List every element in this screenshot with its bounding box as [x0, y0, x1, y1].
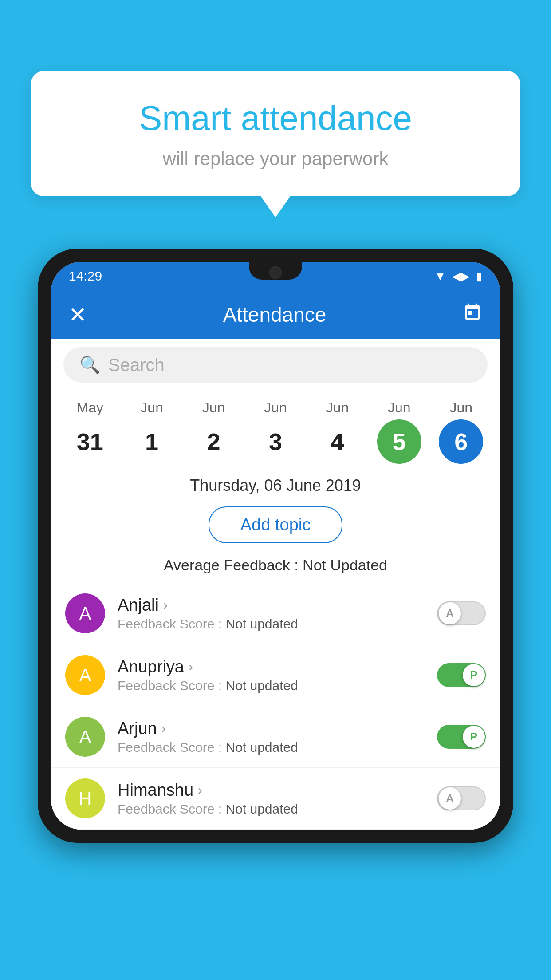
toggle-knob: A [439, 787, 461, 810]
bubble-title: Smart attendance [67, 98, 484, 139]
attendance-toggle[interactable]: A [437, 601, 486, 625]
student-info: Anupriya ›Feedback Score : Not updated [118, 657, 425, 693]
student-info: Arjun ›Feedback Score : Not updated [118, 719, 425, 755]
cal-month-label: Jun [449, 399, 472, 416]
student-item: HHimanshu ›Feedback Score : Not updatedA [51, 768, 500, 830]
cal-month-label: Jun [202, 399, 225, 416]
calendar-icon[interactable] [463, 303, 482, 327]
calendar-day-3[interactable]: Jun3 [244, 399, 306, 464]
student-list: AAnjali ›Feedback Score : Not updatedAAA… [51, 583, 500, 830]
signal-icon: ◀▶ [452, 269, 470, 283]
attendance-toggle[interactable]: P [437, 725, 486, 749]
toggle-knob: P [463, 726, 485, 748]
calendar-day-1[interactable]: Jun1 [121, 399, 182, 464]
search-icon: 🔍 [79, 355, 100, 375]
average-feedback-value: Not Updated [303, 557, 387, 573]
phone-screen: 14:29 ▼ ◀▶ ▮ ✕ Attendance [51, 262, 500, 830]
chevron-icon: › [163, 597, 168, 612]
student-info: Anjali ›Feedback Score : Not updated [118, 596, 425, 632]
student-info: Himanshu ›Feedback Score : Not updated [118, 781, 425, 817]
cal-date-number: 4 [315, 419, 359, 464]
speech-bubble-container: Smart attendance will replace your paper… [31, 71, 520, 196]
toggle-knob: A [439, 602, 461, 624]
status-time: 14:29 [69, 269, 102, 284]
student-feedback: Feedback Score : Not updated [118, 802, 425, 817]
cal-month-label: Jun [140, 399, 163, 416]
app-bar: ✕ Attendance [51, 290, 500, 339]
calendar-day-2[interactable]: Jun2 [183, 399, 244, 464]
chevron-icon: › [161, 721, 166, 736]
chevron-icon: › [198, 782, 202, 798]
avatar: H [65, 778, 105, 818]
average-feedback-label: Average Feedback : [164, 557, 299, 573]
cal-date-number: 5 [377, 419, 421, 464]
feedback-value: Not updated [225, 740, 298, 755]
cal-month-label: Jun [264, 399, 287, 416]
student-item: AArjun ›Feedback Score : Not updatedP [51, 706, 500, 768]
cal-date-number: 3 [253, 419, 298, 464]
student-item: AAnupriya ›Feedback Score : Not updatedP [51, 644, 500, 706]
calendar-day-4[interactable]: Jun4 [307, 399, 368, 464]
search-container: 🔍 Search [51, 339, 500, 391]
student-feedback: Feedback Score : Not updated [118, 616, 425, 632]
wifi-icon: ▼ [434, 269, 446, 283]
avatar: A [65, 593, 105, 633]
avatar: A [65, 717, 105, 757]
selected-date-row: Thursday, 06 June 2019 [51, 468, 500, 499]
avatar: A [65, 655, 105, 695]
add-topic-container: Add topic [51, 499, 500, 552]
cal-month-label: Jun [388, 399, 411, 416]
close-button[interactable]: ✕ [69, 302, 87, 327]
phone-notch [249, 262, 302, 280]
calendar-strip: May31Jun1Jun2Jun3Jun4Jun5Jun6 [51, 391, 500, 468]
search-placeholder: Search [108, 355, 165, 375]
student-name[interactable]: Anupriya › [118, 657, 425, 676]
phone-wrapper: 14:29 ▼ ◀▶ ▮ ✕ Attendance [38, 249, 513, 980]
cal-date-number: 1 [130, 419, 174, 464]
calendar-day-6[interactable]: Jun6 [430, 399, 492, 464]
toggle-knob: P [463, 664, 485, 686]
cal-date-number: 31 [68, 419, 112, 464]
battery-icon: ▮ [476, 269, 482, 283]
feedback-value: Not updated [225, 678, 298, 693]
student-feedback: Feedback Score : Not updated [118, 740, 425, 755]
phone-outer: 14:29 ▼ ◀▶ ▮ ✕ Attendance [38, 249, 513, 843]
attendance-toggle[interactable]: A [437, 786, 486, 810]
phone-camera [269, 266, 282, 279]
attendance-toggle[interactable]: P [437, 663, 486, 687]
cal-month-label: May [76, 399, 103, 416]
cal-date-number: 2 [192, 419, 236, 464]
feedback-value: Not updated [225, 616, 298, 631]
bubble-subtitle: will replace your paperwork [67, 148, 484, 170]
student-name[interactable]: Anjali › [118, 596, 425, 615]
chevron-icon: › [189, 659, 193, 674]
calendar-day-5[interactable]: Jun5 [368, 399, 430, 464]
student-name[interactable]: Arjun › [118, 719, 425, 738]
feedback-value: Not updated [225, 802, 298, 816]
cal-month-label: Jun [326, 399, 349, 416]
calendar-day-31[interactable]: May31 [59, 399, 121, 464]
student-name[interactable]: Himanshu › [118, 781, 425, 800]
cal-date-number: 6 [439, 419, 483, 464]
student-item: AAnjali ›Feedback Score : Not updatedA [51, 583, 500, 644]
student-feedback: Feedback Score : Not updated [118, 678, 425, 693]
search-bar[interactable]: 🔍 Search [63, 347, 488, 383]
app-bar-title: Attendance [87, 303, 463, 327]
speech-bubble: Smart attendance will replace your paper… [31, 71, 520, 196]
add-topic-button[interactable]: Add topic [209, 506, 342, 543]
average-feedback-row: Average Feedback : Not Updated [51, 552, 500, 583]
status-icons: ▼ ◀▶ ▮ [434, 269, 482, 283]
